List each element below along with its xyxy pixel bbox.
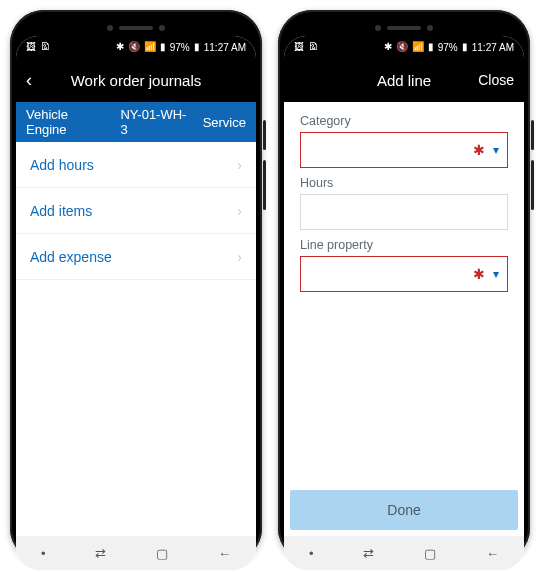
wifi-icon: 📶: [144, 42, 156, 52]
screen-right: 🖼 🖻 ✱ 🔇 📶 ▮ 97% ▮ 11:27 AM Add line Clos…: [284, 36, 524, 570]
close-button[interactable]: Close: [478, 72, 514, 88]
side-button: [531, 160, 534, 210]
app-bar: Add line Close: [284, 58, 524, 102]
nav-home-icon[interactable]: ▢: [156, 546, 168, 561]
category-label: Category: [284, 106, 524, 132]
side-button: [263, 120, 266, 150]
chevron-right-icon: ›: [237, 203, 242, 219]
battery-text: 97%: [438, 42, 458, 53]
sensor-bar: [16, 20, 256, 36]
phone-left: 🖼 🖻 ✱ 🔇 📶 ▮ 97% ▮ 11:27 AM ‹ Work order …: [10, 10, 262, 562]
bluetooth-icon: ✱: [116, 42, 124, 52]
side-button: [263, 160, 266, 210]
app-bar: ‹ Work order journals: [16, 58, 256, 102]
android-nav-bar: • ⇄ ▢ ←: [284, 536, 524, 570]
context-entity: Vehicle Engine: [26, 107, 108, 137]
chevron-down-icon: ▾: [493, 267, 499, 281]
mute-icon: 🔇: [128, 42, 140, 52]
clock: 11:27 AM: [204, 42, 246, 53]
context-type: Service: [203, 115, 246, 130]
required-icon: ✱: [473, 142, 485, 158]
context-ref: NY-01-WH-3: [120, 107, 190, 137]
line-property-label: Line property: [284, 230, 524, 256]
hours-label: Hours: [284, 168, 524, 194]
chevron-right-icon: ›: [237, 249, 242, 265]
back-button[interactable]: ‹: [26, 70, 32, 91]
notif-icon: 🖻: [40, 42, 50, 52]
page-title: Work order journals: [16, 72, 256, 89]
nav-back-icon[interactable]: ←: [218, 546, 231, 561]
wifi-icon: 📶: [412, 42, 424, 52]
add-items-item[interactable]: Add items ›: [16, 188, 256, 234]
chevron-down-icon: ▾: [493, 143, 499, 157]
notif-icon: 🖼: [26, 42, 36, 52]
signal-icon: ▮: [428, 42, 434, 52]
android-nav-bar: • ⇄ ▢ ←: [16, 536, 256, 570]
notif-icon: 🖼: [294, 42, 304, 52]
context-bar: Vehicle Engine NY-01-WH-3 Service: [16, 102, 256, 142]
add-expense-item[interactable]: Add expense ›: [16, 234, 256, 280]
chevron-right-icon: ›: [237, 157, 242, 173]
status-bar: 🖼 🖻 ✱ 🔇 📶 ▮ 97% ▮ 11:27 AM: [284, 36, 524, 58]
nav-dot-icon[interactable]: •: [309, 546, 314, 561]
signal-icon: ▮: [160, 42, 166, 52]
add-hours-item[interactable]: Add hours ›: [16, 142, 256, 188]
nav-home-icon[interactable]: ▢: [424, 546, 436, 561]
battery-icon: ▮: [194, 42, 200, 52]
nav-dot-icon[interactable]: •: [41, 546, 46, 561]
battery-icon: ▮: [462, 42, 468, 52]
hours-input[interactable]: [300, 194, 508, 230]
nav-back-icon[interactable]: ←: [486, 546, 499, 561]
mute-icon: 🔇: [396, 42, 408, 52]
notif-icon: 🖻: [308, 42, 318, 52]
clock: 11:27 AM: [472, 42, 514, 53]
list-item-label: Add items: [30, 203, 92, 219]
list-item-label: Add hours: [30, 157, 94, 173]
add-line-form: Category ✱ ▾ Hours Line property ✱ ▾ Don…: [284, 102, 524, 536]
bluetooth-icon: ✱: [384, 42, 392, 52]
battery-text: 97%: [170, 42, 190, 53]
sensor-bar: [284, 20, 524, 36]
side-button: [531, 120, 534, 150]
required-icon: ✱: [473, 266, 485, 282]
done-button[interactable]: Done: [290, 490, 518, 530]
nav-recents-icon[interactable]: ⇄: [363, 546, 374, 561]
phone-right: 🖼 🖻 ✱ 🔇 📶 ▮ 97% ▮ 11:27 AM Add line Clos…: [278, 10, 530, 562]
category-select[interactable]: ✱ ▾: [300, 132, 508, 168]
nav-recents-icon[interactable]: ⇄: [95, 546, 106, 561]
screen-left: 🖼 🖻 ✱ 🔇 📶 ▮ 97% ▮ 11:27 AM ‹ Work order …: [16, 36, 256, 570]
status-bar: 🖼 🖻 ✱ 🔇 📶 ▮ 97% ▮ 11:27 AM: [16, 36, 256, 58]
action-list: Add hours › Add items › Add expense ›: [16, 142, 256, 536]
line-property-select[interactable]: ✱ ▾: [300, 256, 508, 292]
list-item-label: Add expense: [30, 249, 112, 265]
